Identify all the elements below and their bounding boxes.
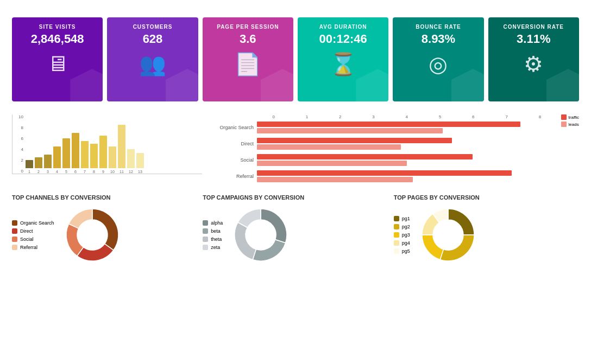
kpi-value-site-visits: 2,846,548 [31,32,84,46]
bar-y-label: 10 [12,114,23,119]
bar-y-label: 8 [12,125,23,130]
hbar-axis-label: 0 [257,114,290,119]
bar-label: 7 [84,170,86,174]
bar-group: 5 [62,138,70,174]
bottom-section-2: TOP PAGES by Conversionpg1pg2pg3pg4pg5 [394,194,579,265]
hbar-bars [257,154,557,166]
bar-chart-y-axis: 1086420 [12,114,24,174]
donut-legend-label: alpha [211,220,223,226]
bar-group: 6 [72,133,79,174]
donut-legend-item: Referral [12,245,54,250]
charts-row: 1086420 12345678910111213 012345678Organ… [12,111,579,187]
bottom-row: TOP CHANNELS by ConversionOrganic Search… [12,194,579,265]
hbar-axis-label: 3 [357,114,390,119]
donut-legend-1: alphabetathetazeta [203,220,223,250]
donut-legend-item: pg2 [394,224,410,229]
donut-segment [261,209,287,243]
donut-section-0: Organic SearchDirectSocialReferral [12,205,197,265]
donut-legend-2: pg1pg2pg3pg4pg5 [394,216,410,254]
bar [136,153,144,168]
kpi-value-avg-duration: 00:12:46 [319,32,367,46]
hbar-axis-label: 6 [457,114,490,119]
legend-label: leads [569,122,579,127]
donut-legend-dot [203,245,208,250]
donut-legend-0: Organic SearchDirectSocialReferral [12,220,54,250]
donut-legend-item: alpha [203,220,223,226]
bar-y-label: 6 [12,136,23,141]
bar [62,138,70,168]
site-visits-chart-section: 1086420 12345678910111213 [12,111,202,187]
bar-group: 10 [109,146,116,174]
kpi-icon-avg-duration: ⌛ [330,52,357,77]
donut-legend-item: beta [203,228,223,234]
bottom-title-0: TOP CHANNELS by Conversion [12,194,197,201]
bar [72,133,79,168]
hbar-bars [257,138,557,150]
bar-chart: 1086420 12345678910111213 [12,114,202,174]
hbar-axis-label: 5 [423,114,456,119]
bar-group: 2 [35,157,42,174]
hbar-leads [257,161,407,166]
donut-legend-dot [12,237,17,242]
bar-label: 9 [102,170,104,174]
donut-section-1: alphabetathetazeta [203,205,388,265]
donut-legend-label: pg3 [402,232,410,238]
donut-legend-label: Social [20,237,34,242]
bar-group: 13 [136,153,144,174]
kpi-label-bounce-rate: BOUNCE RATE [416,24,461,30]
hbar-row: Organic Search [211,122,557,133]
donut-legend-item: pg1 [394,216,410,221]
donut-segment [66,224,84,256]
hbar-leads [257,128,443,133]
bar-label: 5 [65,170,67,174]
donut-legend-label: pg5 [402,248,410,254]
bar-group: 11 [118,125,125,174]
donut-segment [448,209,474,235]
hbar-axis-label: 8 [523,114,556,119]
page: SITE VISITS 2,846,548 🖥 CUSTOMERS 628 👥 … [0,0,591,364]
bar-label: 8 [93,170,95,174]
kpi-label-site-visits: SITE VISITS [39,24,76,30]
donut-segment [235,222,256,260]
bar-label: 2 [37,170,40,174]
legend-dot [561,114,567,120]
kpi-value-bounce-rate: 8.93% [422,32,455,46]
donut-legend-label: pg1 [402,216,410,221]
bar-label: 12 [129,170,133,174]
kpi-icon-customers: 👥 [139,52,166,77]
hbar-axis: 012345678 [211,114,557,119]
donut-legend-dot [12,228,17,234]
kpi-value-customers: 628 [143,32,163,46]
bar-label: 3 [47,170,49,174]
bar [90,144,98,168]
bottom-title-1: TOP CAMPAIGNS by Conversion [203,194,388,201]
donut-svg-1 [228,205,293,265]
hbar-bars [257,170,557,182]
kpi-card-avg-duration: AVG DURATION 00:12:46 ⌛ [298,17,388,101]
bottom-section-0: TOP CHANNELS by ConversionOrganic Search… [12,194,197,265]
bar-group: 7 [81,141,89,174]
hbar-bars [257,122,557,133]
kpi-card-conversion-rate: CONVERSION RATE 3.11% ⚙ [488,17,579,101]
hbar-axis-label: 7 [490,114,523,119]
bar-y-label: 4 [12,147,23,152]
donut-legend-dot [203,228,208,234]
donut-legend-label: Organic Search [20,220,54,226]
kpi-icon-conversion-rate: ⚙ [524,52,543,76]
hbar-axis-label: 4 [390,114,423,119]
hbar-axis-label: 1 [290,114,323,119]
traffic-leads-chart-section: 012345678Organic SearchDirectSocialRefer… [211,111,579,187]
bar-group: 4 [53,146,61,174]
bar [109,146,116,168]
hbar-row: Direct [211,138,557,150]
hbar-traffic [257,138,452,143]
hbar-leads [257,144,401,150]
hbar-row-label: Referral [211,174,257,179]
bar-group: 9 [99,136,107,174]
donut-legend-label: Direct [20,228,33,234]
donut-legend-label: beta [211,228,221,234]
kpi-label-page-per-session: PAGE PER SESSION [217,24,279,30]
traffic-leads-chart-wrap: 012345678Organic SearchDirectSocialRefer… [211,114,579,187]
kpi-label-avg-duration: AVG DURATION [319,24,367,30]
bar-y-label: 0 [12,169,23,174]
